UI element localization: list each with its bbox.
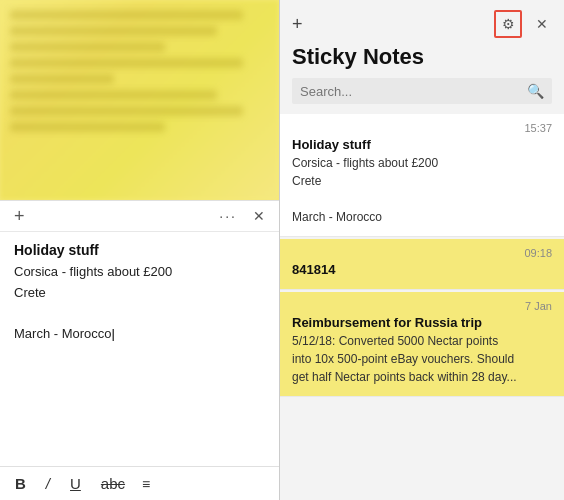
note-card-body: Corsica - flights about £200CreteMarch -… bbox=[292, 154, 552, 226]
blurred-line bbox=[10, 74, 114, 84]
note-date: 7 Jan bbox=[292, 300, 552, 312]
note-body-line-4: March - Morocco bbox=[14, 324, 265, 345]
blurred-line bbox=[10, 90, 217, 100]
blurred-line bbox=[10, 10, 243, 20]
note-toolbar: + ··· ✕ bbox=[0, 201, 279, 232]
sticky-note-preview bbox=[0, 0, 279, 200]
note-card-title: 841814 bbox=[292, 262, 552, 277]
note-card-title: Reimbursement for Russia trip bbox=[292, 315, 552, 330]
gear-icon: ⚙ bbox=[502, 16, 515, 32]
note-time: 09:18 bbox=[292, 247, 552, 259]
app-title: Sticky Notes bbox=[280, 44, 564, 78]
list-button[interactable]: ≡ bbox=[142, 476, 150, 492]
blurred-line bbox=[10, 122, 165, 132]
format-bar: B / U abc ≡ bbox=[0, 466, 279, 500]
left-panel: + ··· ✕ Holiday stuff Corsica - flights … bbox=[0, 0, 280, 500]
right-header: + ⚙ ✕ bbox=[280, 0, 564, 44]
note-card-holiday[interactable]: 15:37 Holiday stuff Corsica - flights ab… bbox=[280, 114, 564, 237]
right-panel: + ⚙ ✕ Sticky Notes 🔍 15:37 Holiday stuff… bbox=[280, 0, 564, 500]
note-editor: + ··· ✕ Holiday stuff Corsica - flights … bbox=[0, 200, 279, 500]
underline-button[interactable]: U bbox=[67, 473, 84, 494]
note-content-area[interactable]: Holiday stuff Corsica - flights about £2… bbox=[0, 232, 279, 466]
blurred-content bbox=[10, 10, 269, 190]
search-bar: 🔍 bbox=[292, 78, 552, 104]
blurred-line bbox=[10, 26, 217, 36]
strikethrough-button[interactable]: abc bbox=[98, 473, 128, 494]
note-card-reimbursement[interactable]: 7 Jan Reimbursement for Russia trip 5/12… bbox=[280, 292, 564, 397]
note-body-line-3 bbox=[14, 304, 265, 325]
add-note-button-right[interactable]: + bbox=[292, 14, 303, 35]
blurred-line bbox=[10, 42, 165, 52]
note-title: Holiday stuff bbox=[14, 242, 265, 258]
blurred-line bbox=[10, 106, 243, 116]
bold-button[interactable]: B bbox=[12, 473, 29, 494]
note-time: 15:37 bbox=[292, 122, 552, 134]
blurred-line bbox=[10, 58, 243, 68]
search-input[interactable] bbox=[300, 84, 527, 99]
search-icon: 🔍 bbox=[527, 83, 544, 99]
more-options-button[interactable]: ··· bbox=[213, 206, 243, 226]
italic-button[interactable]: / bbox=[43, 473, 53, 494]
settings-button[interactable]: ⚙ bbox=[494, 10, 522, 38]
notes-list: 15:37 Holiday stuff Corsica - flights ab… bbox=[280, 114, 564, 500]
note-body-line-2: Crete bbox=[14, 283, 265, 304]
note-body-line-1: Corsica - flights about £200 bbox=[14, 262, 265, 283]
close-button-right[interactable]: ✕ bbox=[532, 14, 552, 34]
note-card-body: 5/12/18: Converted 5000 Nectar pointsint… bbox=[292, 332, 552, 386]
note-card-841814[interactable]: 09:18 841814 bbox=[280, 239, 564, 290]
close-note-button[interactable]: ✕ bbox=[247, 206, 271, 226]
note-card-title: Holiday stuff bbox=[292, 137, 552, 152]
add-note-button[interactable]: + bbox=[8, 205, 31, 227]
